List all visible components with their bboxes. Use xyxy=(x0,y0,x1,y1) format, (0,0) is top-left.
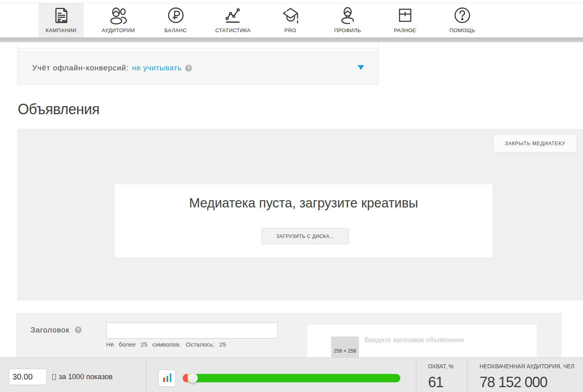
divider xyxy=(146,358,146,392)
preview-thumb-size: 256 × 256 xyxy=(334,348,356,354)
preview-title-placeholder: Введите заголовок объявления xyxy=(365,336,464,344)
offline-conversions-value-link[interactable]: не учитывать xyxy=(132,64,181,72)
nav-item-profile[interactable]: ПРОФИЛЬ xyxy=(325,3,371,37)
nav-item-audiences[interactable]: АУДИТОРИИ xyxy=(96,3,141,37)
statistics-icon xyxy=(223,6,243,25)
price-input[interactable] xyxy=(9,369,47,385)
nav-item-statistics[interactable]: СТАТИСТИКА xyxy=(210,3,256,37)
media-library-panel: ЗАКРЫТЬ МЕДИАТЕКУ Медиатека пуста, загру… xyxy=(17,129,583,301)
nav-label-balance: БАЛАНС xyxy=(165,27,187,33)
audiences-icon xyxy=(109,6,128,25)
title-field-label: Заголовок xyxy=(31,326,70,335)
audience-label: НЕОХВАЧЕННАЯ АУДИТОРИЯ, ЧЕЛ xyxy=(480,363,574,369)
title-help-icon[interactable]: ? xyxy=(75,326,82,333)
offline-conversions-label: Учёт офлайн-конверсий: xyxy=(32,64,129,72)
help-icon xyxy=(453,6,472,25)
nav-item-misc[interactable]: РАЗНОЕ xyxy=(382,3,428,37)
bar-red xyxy=(163,378,165,382)
reach-label: ОХВАТ, % xyxy=(428,363,453,369)
nav-label-statistics: СТАТИСТИКА xyxy=(215,27,251,33)
ads-section-heading: Объявления xyxy=(18,101,99,118)
title-hint: Не более 25 символов. Осталось: 25 xyxy=(106,341,226,348)
previous-card-bottom xyxy=(17,42,379,49)
nav-item-balance[interactable]: БАЛАНС xyxy=(153,3,198,37)
price-bar: за 1000 показов ОХВАТ, % 61 НЕОХВАЧЕННАЯ… xyxy=(0,357,583,392)
nav-label-help: ПОМОЩЬ xyxy=(449,27,475,33)
reach-slider[interactable] xyxy=(183,374,400,382)
reach-value: 61 xyxy=(428,374,443,391)
nav-label-misc: РАЗНОЕ xyxy=(394,27,416,33)
horizontal-scrollbar[interactable] xyxy=(0,37,583,42)
offline-help-icon[interactable]: ? xyxy=(185,65,192,72)
nav-item-campaigns[interactable]: КАМПАНИИ xyxy=(38,3,84,37)
bar-blue xyxy=(170,374,171,382)
close-media-library-button[interactable]: ЗАКРЫТЬ МЕДИАТЕКУ xyxy=(493,134,577,152)
misc-icon xyxy=(396,6,415,25)
bar-green xyxy=(167,376,168,382)
nav-label-audiences: АУДИТОРИИ xyxy=(102,27,135,33)
audience-value: 78 152 000 xyxy=(480,374,547,391)
divider xyxy=(467,358,468,392)
nav-label-profile: ПРОФИЛЬ xyxy=(334,27,361,33)
nav-label-campaigns: КАМПАНИИ xyxy=(45,27,76,33)
nav-item-pro[interactable]: PRO xyxy=(268,3,313,37)
pro-icon xyxy=(281,6,300,25)
media-empty-title: Медиатека пуста, загрузите креативы xyxy=(115,196,492,211)
upload-from-disk-button[interactable]: ЗАГРУЗИТЬ С ДИСКА... xyxy=(262,228,349,244)
divider xyxy=(416,358,416,392)
campaigns-icon xyxy=(52,6,71,25)
main-navigation: КАМПАНИИ АУДИТОРИИ БАЛАНС xyxy=(38,3,485,37)
media-empty-box: Медиатека пуста, загрузите креативы ЗАГР… xyxy=(115,184,492,257)
nav-item-help[interactable]: ПОМОЩЬ xyxy=(440,3,485,37)
profile-icon xyxy=(338,6,357,25)
reach-slider-handle[interactable] xyxy=(188,373,198,383)
price-unit-label: за 1000 показов xyxy=(52,373,113,381)
chart-toggle-button[interactable] xyxy=(158,369,176,387)
chevron-down-icon[interactable] xyxy=(358,65,364,70)
title-input[interactable] xyxy=(106,322,278,339)
balance-icon xyxy=(166,6,185,25)
offline-conversions-panel: Учёт офлайн-конверсий: не учитывать ? xyxy=(17,51,379,85)
ruble-missing-glyph-icon xyxy=(52,374,56,380)
nav-label-pro: PRO xyxy=(284,27,296,33)
